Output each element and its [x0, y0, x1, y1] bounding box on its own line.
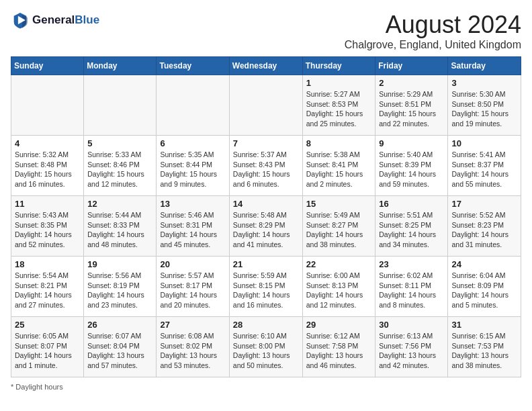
calendar-cell: 8Sunrise: 5:38 AMSunset: 8:41 PMDaylight…	[302, 136, 375, 196]
day-number: 14	[233, 199, 299, 209]
calendar-cell: 16Sunrise: 5:51 AMSunset: 8:25 PMDayligh…	[375, 196, 448, 257]
day-info: Sunrise: 5:56 AMSunset: 8:19 PMDaylight:…	[87, 271, 152, 310]
day-number: 12	[87, 199, 152, 209]
calendar-cell: 9Sunrise: 5:40 AMSunset: 8:39 PMDaylight…	[375, 136, 448, 196]
logo-icon	[11, 11, 30, 30]
calendar-cell: 5Sunrise: 5:33 AMSunset: 8:46 PMDaylight…	[84, 136, 157, 196]
calendar-cell: 21Sunrise: 5:59 AMSunset: 8:15 PMDayligh…	[229, 257, 302, 317]
day-info: Sunrise: 6:05 AMSunset: 8:07 PMDaylight:…	[15, 331, 80, 371]
day-number: 3	[451, 78, 517, 88]
day-number: 20	[160, 259, 225, 269]
day-info: Sunrise: 6:07 AMSunset: 8:04 PMDaylight:…	[87, 331, 152, 371]
page-header: GeneralBlue August 2024 Chalgrove, Engla…	[11, 11, 521, 51]
footer-note: * Daylight hours	[11, 383, 521, 391]
day-number: 4	[15, 138, 80, 148]
day-number: 8	[306, 138, 372, 148]
day-number: 16	[379, 199, 444, 209]
calendar-cell: 31Sunrise: 6:15 AMSunset: 7:53 PMDayligh…	[448, 317, 521, 377]
day-info: Sunrise: 6:12 AMSunset: 7:58 PMDaylight:…	[306, 331, 372, 371]
day-number: 10	[451, 138, 517, 148]
calendar-cell: 23Sunrise: 6:02 AMSunset: 8:11 PMDayligh…	[375, 257, 448, 317]
calendar-week-row: 25Sunrise: 6:05 AMSunset: 8:07 PMDayligh…	[11, 317, 521, 377]
calendar-cell: 18Sunrise: 5:54 AMSunset: 8:21 PMDayligh…	[11, 257, 84, 317]
daylight-note: Daylight hours	[15, 383, 62, 391]
calendar-cell: 6Sunrise: 5:35 AMSunset: 8:44 PMDaylight…	[157, 136, 229, 196]
calendar-dow-thursday: Thursday	[302, 57, 375, 75]
calendar-cell: 26Sunrise: 6:07 AMSunset: 8:04 PMDayligh…	[84, 317, 157, 377]
calendar-dow-friday: Friday	[375, 57, 448, 75]
calendar-cell	[229, 75, 302, 136]
day-info: Sunrise: 5:48 AMSunset: 8:29 PMDaylight:…	[233, 210, 299, 250]
day-info: Sunrise: 5:59 AMSunset: 8:15 PMDaylight:…	[233, 271, 299, 310]
day-info: Sunrise: 5:46 AMSunset: 8:31 PMDaylight:…	[160, 210, 225, 250]
day-info: Sunrise: 6:13 AMSunset: 7:56 PMDaylight:…	[379, 331, 444, 371]
day-info: Sunrise: 5:27 AMSunset: 8:53 PMDaylight:…	[306, 89, 372, 129]
calendar-cell: 15Sunrise: 5:49 AMSunset: 8:27 PMDayligh…	[302, 196, 375, 257]
day-info: Sunrise: 5:41 AMSunset: 8:37 PMDaylight:…	[451, 150, 517, 189]
day-info: Sunrise: 5:32 AMSunset: 8:48 PMDaylight:…	[15, 150, 80, 189]
calendar-cell: 3Sunrise: 5:30 AMSunset: 8:50 PMDaylight…	[448, 75, 521, 136]
day-number: 25	[15, 320, 80, 330]
calendar-dow-monday: Monday	[84, 57, 157, 75]
day-number: 11	[15, 199, 80, 209]
calendar-dow-saturday: Saturday	[448, 57, 521, 75]
calendar-dow-tuesday: Tuesday	[157, 57, 229, 75]
day-info: Sunrise: 5:38 AMSunset: 8:41 PMDaylight:…	[306, 150, 372, 189]
calendar-cell: 27Sunrise: 6:08 AMSunset: 8:02 PMDayligh…	[157, 317, 229, 377]
day-number: 7	[233, 138, 299, 148]
day-info: Sunrise: 6:08 AMSunset: 8:02 PMDaylight:…	[160, 331, 225, 371]
calendar-cell: 2Sunrise: 5:29 AMSunset: 8:51 PMDaylight…	[375, 75, 448, 136]
day-info: Sunrise: 5:54 AMSunset: 8:21 PMDaylight:…	[15, 271, 80, 310]
calendar-cell: 22Sunrise: 6:00 AMSunset: 8:13 PMDayligh…	[302, 257, 375, 317]
calendar-dow-wednesday: Wednesday	[229, 57, 302, 75]
calendar-dow-sunday: Sunday	[11, 57, 84, 75]
calendar-cell: 20Sunrise: 5:57 AMSunset: 8:17 PMDayligh…	[157, 257, 229, 317]
day-number: 6	[160, 138, 225, 148]
day-number: 13	[160, 199, 225, 209]
calendar-week-row: 4Sunrise: 5:32 AMSunset: 8:48 PMDaylight…	[11, 136, 521, 196]
calendar-cell: 14Sunrise: 5:48 AMSunset: 8:29 PMDayligh…	[229, 196, 302, 257]
calendar-cell: 13Sunrise: 5:46 AMSunset: 8:31 PMDayligh…	[157, 196, 229, 257]
day-info: Sunrise: 6:15 AMSunset: 7:53 PMDaylight:…	[451, 331, 517, 371]
calendar-cell: 29Sunrise: 6:12 AMSunset: 7:58 PMDayligh…	[302, 317, 375, 377]
calendar-week-row: 18Sunrise: 5:54 AMSunset: 8:21 PMDayligh…	[11, 257, 521, 317]
calendar-cell: 30Sunrise: 6:13 AMSunset: 7:56 PMDayligh…	[375, 317, 448, 377]
day-number: 28	[233, 320, 299, 330]
calendar-cell: 24Sunrise: 6:04 AMSunset: 8:09 PMDayligh…	[448, 257, 521, 317]
logo-text: GeneralBlue	[32, 13, 99, 27]
calendar-cell: 25Sunrise: 6:05 AMSunset: 8:07 PMDayligh…	[11, 317, 84, 377]
calendar-cell: 7Sunrise: 5:37 AMSunset: 8:43 PMDaylight…	[229, 136, 302, 196]
day-number: 24	[451, 259, 517, 269]
calendar-cell	[157, 75, 229, 136]
day-info: Sunrise: 5:52 AMSunset: 8:23 PMDaylight:…	[451, 210, 517, 250]
day-info: Sunrise: 5:57 AMSunset: 8:17 PMDaylight:…	[160, 271, 225, 310]
logo: GeneralBlue	[11, 11, 99, 30]
day-info: Sunrise: 6:00 AMSunset: 8:13 PMDaylight:…	[306, 271, 372, 310]
day-number: 2	[379, 78, 444, 88]
calendar-cell: 10Sunrise: 5:41 AMSunset: 8:37 PMDayligh…	[448, 136, 521, 196]
day-info: Sunrise: 5:44 AMSunset: 8:33 PMDaylight:…	[87, 210, 152, 250]
day-info: Sunrise: 5:49 AMSunset: 8:27 PMDaylight:…	[306, 210, 372, 250]
day-number: 26	[87, 320, 152, 330]
day-number: 27	[160, 320, 225, 330]
day-info: Sunrise: 5:51 AMSunset: 8:25 PMDaylight:…	[379, 210, 444, 250]
day-info: Sunrise: 6:10 AMSunset: 8:00 PMDaylight:…	[233, 331, 299, 371]
day-info: Sunrise: 5:35 AMSunset: 8:44 PMDaylight:…	[160, 150, 225, 189]
day-info: Sunrise: 5:29 AMSunset: 8:51 PMDaylight:…	[379, 89, 444, 129]
calendar-week-row: 1Sunrise: 5:27 AMSunset: 8:53 PMDaylight…	[11, 75, 521, 136]
day-info: Sunrise: 6:04 AMSunset: 8:09 PMDaylight:…	[451, 271, 517, 310]
calendar-cell: 11Sunrise: 5:43 AMSunset: 8:35 PMDayligh…	[11, 196, 84, 257]
location-subtitle: Chalgrove, England, United Kingdom	[345, 39, 521, 51]
day-info: Sunrise: 5:30 AMSunset: 8:50 PMDaylight:…	[451, 89, 517, 129]
day-number: 18	[15, 259, 80, 269]
day-number: 9	[379, 138, 444, 148]
month-year-title: August 2024	[345, 11, 521, 39]
day-number: 29	[306, 320, 372, 330]
day-number: 23	[379, 259, 444, 269]
day-info: Sunrise: 5:43 AMSunset: 8:35 PMDaylight:…	[15, 210, 80, 250]
calendar-cell: 4Sunrise: 5:32 AMSunset: 8:48 PMDaylight…	[11, 136, 84, 196]
day-number: 31	[451, 320, 517, 330]
calendar-cell: 12Sunrise: 5:44 AMSunset: 8:33 PMDayligh…	[84, 196, 157, 257]
calendar-cell: 1Sunrise: 5:27 AMSunset: 8:53 PMDaylight…	[302, 75, 375, 136]
calendar-week-row: 11Sunrise: 5:43 AMSunset: 8:35 PMDayligh…	[11, 196, 521, 257]
